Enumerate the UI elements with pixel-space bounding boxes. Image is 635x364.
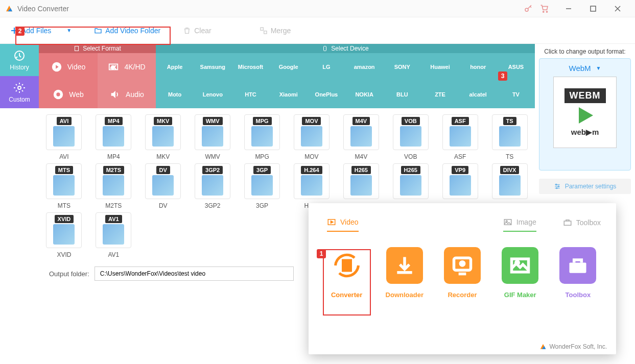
format-av1[interactable]: AV1AV1 [89,212,138,258]
tab-web[interactable]: Web [39,81,98,108]
svg-rect-15 [75,46,79,51]
output-format-card[interactable]: WebM ▼ WEBM web▶m [539,58,631,171]
launcher-tab-video[interactable]: Video [327,217,359,232]
svg-point-39 [460,262,464,265]
format-mp4[interactable]: MP4MP4 [89,114,138,160]
format-m4v[interactable]: M4VM4V [337,114,385,160]
tab-video[interactable]: Video [39,53,98,81]
brand-apple[interactable]: Apple [156,53,194,81]
format-xvid[interactable]: XVIDXVID [40,212,88,258]
format-ts[interactable]: TSTS [485,114,534,160]
brand-lg[interactable]: LG [308,53,345,81]
tool-recorder[interactable]: Recorder [439,247,485,299]
maximize-button[interactable] [581,0,605,17]
brand-tv[interactable]: TV [497,81,535,108]
output-folder-input[interactable] [95,266,294,281]
cart-icon[interactable] [540,4,556,13]
brand-zte[interactable]: ZTE [421,81,459,108]
launcher-tab-image[interactable]: Image [503,217,536,232]
brand-huawei[interactable]: Huawei [421,53,459,81]
sidebar-history[interactable]: History [0,44,39,76]
doc-icon [74,45,80,52]
svg-point-4 [546,11,547,12]
chevron-down-icon: ▼ [596,65,601,71]
device-brands-row-2: MotoLenovoHTCXiaomiOnePlusNOKIABLUZTEalc… [156,81,535,108]
left-sidebar: History Custom [0,44,39,364]
format-avi[interactable]: AVIAVI [40,114,88,160]
svg-point-41 [516,261,519,264]
svg-point-14 [18,86,21,89]
annotation-num-2: 2 [15,27,25,36]
svg-marker-31 [331,221,334,224]
merge-button[interactable]: Merge [254,22,296,39]
select-format-header: Select Format [39,44,156,53]
brand-sony[interactable]: SONY [383,53,421,81]
format-vob[interactable]: VOBVOB [386,114,435,160]
format-m2ts[interactable]: M2TSM2TS [89,163,138,209]
merge-icon [260,27,268,35]
close-button[interactable] [605,0,630,17]
brand-nokia[interactable]: NOKIA [345,81,383,108]
svg-rect-34 [564,221,571,225]
format-mpg[interactable]: MPGMPG [238,114,287,160]
app-title: Video Converter [17,5,524,13]
brand-amazon[interactable]: amazon [345,53,383,81]
launcher-tab-toolbox[interactable]: Toolbox [563,217,601,232]
format-wmv[interactable]: WMVWMV [189,114,237,160]
minimize-button[interactable] [556,0,581,17]
format-mkv[interactable]: MKVMKV [139,114,187,160]
svg-rect-36 [397,271,412,274]
clear-button[interactable]: Clear [178,22,216,39]
output-folder-label: Output folder: [49,270,89,278]
device-icon [322,45,328,52]
tab-audio[interactable]: Audio [98,81,156,108]
tool-toolbox[interactable]: Toolbox [555,247,601,299]
annotation-num-1: 1 [317,249,326,258]
format-vp9[interactable]: VP9VP9 [436,163,484,209]
format-mts[interactable]: MTSMTS [40,163,88,209]
select-device-header: Select Device [156,44,535,53]
svg-rect-42 [570,263,586,273]
format-3gp2[interactable]: 3GP23GP2 [189,163,237,209]
parameter-settings-button[interactable]: Parameter settings [539,179,631,194]
sliders-icon [554,183,561,190]
format-dv[interactable]: DVDV [139,163,187,209]
launcher-footer: WonderFox Soft, Inc. [539,343,607,350]
annotation-num-3: 3 [498,71,507,81]
format-asf[interactable]: ASFASF [436,114,484,160]
speaker-icon [109,89,121,100]
clear-label: Clear [194,27,211,35]
tool-gif-maker[interactable]: GIF Maker [498,247,543,299]
brand-alcatel[interactable]: alcatel [459,81,497,108]
annotation-box-1 [323,249,371,316]
key-icon[interactable] [524,4,540,13]
brand-samsung[interactable]: Samsung [194,53,231,81]
svg-point-27 [555,184,556,185]
category-row-1: Video 4K 4K/HD AppleSamsungMicrosoftGoog… [39,53,535,81]
brand-blu[interactable]: BLU [383,81,421,108]
brand-lenovo[interactable]: Lenovo [194,81,231,108]
webm-logo: WEBM web▶m [553,77,617,148]
brand-microsoft[interactable]: Microsoft [231,53,269,81]
format-h264[interactable]: H.264H264 [288,163,336,209]
format-h265[interactable]: H265H265 [337,163,385,209]
brand-oneplus[interactable]: OnePlus [308,81,345,108]
tool-downloader[interactable]: Downloader [382,247,427,299]
svg-point-2 [525,8,528,11]
brand-moto[interactable]: Moto [156,81,194,108]
format-3gp[interactable]: 3GP3GP [238,163,287,209]
brand-honor[interactable]: honor [459,53,497,81]
titlebar: Video Converter [0,0,635,17]
chrome-icon [53,89,64,100]
play-icon [573,103,597,128]
format-h265[interactable]: H265H265 [386,163,435,209]
sidebar-custom[interactable]: Custom [0,76,39,108]
tab-4k[interactable]: 4K 4K/HD [98,53,156,81]
brand-google[interactable]: Google [270,53,308,81]
format-mov[interactable]: MOVMOV [288,114,336,160]
svg-text:4K: 4K [111,65,116,70]
history-label: History [10,64,29,71]
format-divx[interactable]: DIVXDIVX [485,163,534,209]
brand-xiaomi[interactable]: Xiaomi [270,81,308,108]
brand-htc[interactable]: HTC [231,81,269,108]
